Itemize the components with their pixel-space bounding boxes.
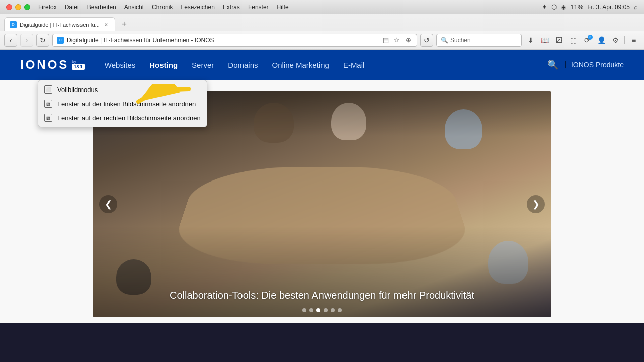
hero-prev-icon: ❮ [105,199,112,210]
menu-item-links[interactable]: ▧ Fenster auf der linken Bildschirmseite… [38,97,207,111]
titlebar-right: ✦ ⬡ ◈ 11% Fr. 3. Apr. 09:05 ⌕ [542,3,638,11]
address-text: Digitalguide | IT-Fachwissen für Unterne… [67,37,378,44]
minimize-dot[interactable] [15,4,21,10]
ionos-search-icon[interactable]: 🔍 [547,59,558,70]
titlebar: Firefox Datei Bearbeiten Ansicht Chronik… [0,0,644,14]
ionos-logo-text: IONOS [20,58,69,72]
profile-icon[interactable]: 👤 [595,34,607,46]
refresh-button[interactable]: ↺ [420,34,433,47]
search-bar[interactable]: 🔍 Suchen [436,34,522,47]
tab-label: Digitalguide | IT-Fachwissen fü... [20,22,100,28]
menu-extras[interactable]: Extras [223,4,240,11]
hero-dot-5[interactable] [331,308,335,312]
menu-chronik[interactable]: Chronik [152,4,173,11]
nav-right-icons: ⬇ 📖 🖼 ⬚ ⟳ 3 👤 ⚙ ≡ [525,34,640,46]
menu-ansicht[interactable]: Ansicht [124,4,144,11]
ionos-nav-divider: | [565,60,565,70]
tab-bar: D Digitalguide | IT-Fachwissen fü... × + [0,14,644,31]
ionos-badge: 1&1 [72,64,85,70]
clock: Fr. 3. Apr. 09:05 [587,4,630,11]
nav-link-email[interactable]: E-Mail [343,61,365,69]
menu-icon[interactable]: ≡ [628,34,640,46]
ionos-navbar: IONOS by 1&1 Websites Hosting Server Dom… [0,50,644,80]
ionos-nav-links: Websites Hosting Server Domains Online M… [105,61,547,69]
forward-button[interactable]: › [20,34,33,47]
menu-hilfe[interactable]: Hilfe [277,4,289,11]
menu-bearbeiten[interactable]: Bearbeiten [87,4,116,11]
menu-item-rechts-label: Fenster auf der rechten Bildschirmseite … [57,114,201,122]
browser-tab-active[interactable]: D Digitalguide | IT-Fachwissen fü... × [4,17,115,31]
hero-dot-3[interactable] [316,308,320,312]
close-dot[interactable] [6,4,12,10]
ionos-nav-right: 🔍 | IONOS Produkte [547,59,624,70]
nav-link-hosting[interactable]: Hosting [149,61,178,69]
menu-item-vollbild-label: Vollbildmodus [57,86,98,94]
menu-item-vollbild[interactable]: ⬜ Vollbildmodus [38,82,207,97]
hero-dot-2[interactable] [309,308,313,312]
download-icon[interactable]: ⬇ [525,34,537,46]
ionos-products-link[interactable]: IONOS Produkte [571,61,624,69]
nav-link-websites[interactable]: Websites [105,61,135,69]
ionos-by-label: by [72,60,76,64]
menu-lesezeichen[interactable]: Lesezeichen [181,4,214,11]
spotlight-icon[interactable]: ⌕ [634,3,638,11]
sync-icon[interactable]: ⟳ 3 [581,34,593,46]
nav-link-online-marketing[interactable]: Online Marketing [272,61,329,69]
address-bar[interactable]: D Digitalguide | IT-Fachwissen für Unter… [52,34,417,47]
bluetooth-icon: ✦ [542,3,547,11]
hero-prev-button[interactable]: ❮ [99,195,117,213]
hero-next-icon: ❯ [532,199,540,210]
hero-dot-4[interactable] [324,308,328,312]
links-icon: ▧ [44,100,52,108]
menu-firefox[interactable]: Firefox [38,4,57,11]
reader-mode-icon[interactable]: ▤ [381,36,390,44]
hero-caption: Collaboration-Tools: Die besten Anwendun… [93,290,551,301]
hero-dot-1[interactable] [302,308,306,312]
nav-link-server[interactable]: Server [192,61,214,69]
cast-icon: ⬡ [551,3,557,11]
menu-datei[interactable]: Datei [65,4,79,11]
wifi-icon: ◈ [561,3,566,11]
address-icons: ▤ ☆ ⊕ [381,36,413,44]
nav-bar: ‹ › ↻ D Digitalguide | IT-Fachwissen für… [0,31,644,49]
new-tab-button[interactable]: + [117,17,131,31]
nav-separator [624,36,625,44]
tab-favicon: D [10,21,17,28]
site-favicon: D [57,37,64,44]
macos-menu: Firefox Datei Bearbeiten Ansicht Chronik… [38,4,289,11]
browser-chrome: D Digitalguide | IT-Fachwissen fü... × +… [0,14,644,50]
battery-text: 11% [570,3,583,11]
menu-fenster[interactable]: Fenster [248,4,269,11]
screenshot-icon[interactable]: 🖼 [553,34,565,46]
nav-link-domains[interactable]: Domains [228,61,258,69]
hero-dot-6[interactable] [338,308,342,312]
menu-item-links-label: Fenster auf der linken Bildschirmseite a… [57,100,196,108]
reload-button[interactable]: ↻ [36,34,49,47]
pocket-icon[interactable]: 📖 [539,34,551,46]
back-button[interactable]: ‹ [4,34,17,47]
shield-icon[interactable]: ⊕ [404,36,413,44]
menu-item-rechts[interactable]: ▨ Fenster auf der rechten Bildschirmseit… [38,111,207,125]
rechts-icon: ▨ [44,114,52,122]
screenshot2-icon[interactable]: ⬚ [567,34,579,46]
bookmark-icon[interactable]: ☆ [392,36,401,44]
hero-next-button[interactable]: ❯ [527,195,545,213]
settings-icon[interactable]: ⚙ [609,34,621,46]
vollbild-icon: ⬜ [44,85,52,94]
tab-close-button[interactable]: × [103,21,110,28]
search-placeholder: Suchen [450,37,471,44]
window-controls [6,4,30,10]
context-menu: ⬜ Vollbildmodus ▧ Fenster auf der linken… [38,80,207,127]
hero-dots [302,308,342,312]
search-icon: 🔍 [441,37,448,44]
fullscreen-dot[interactable] [24,4,30,10]
sync-badge: 3 [588,35,593,40]
ionos-logo[interactable]: IONOS by 1&1 [20,58,85,72]
